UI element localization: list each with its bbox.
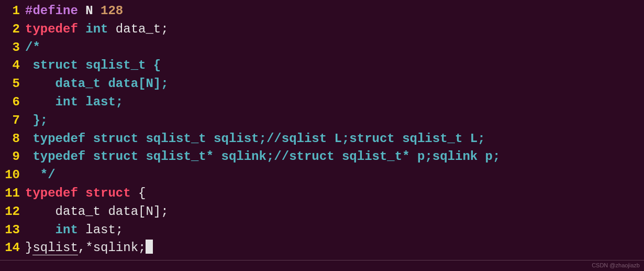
code-content: struct sqlist_t { — [25, 57, 644, 75]
text-cursor — [146, 240, 153, 254]
line-number: 12 — [0, 203, 25, 221]
code-content: int last; — [25, 93, 644, 112]
code-content: int last; — [25, 221, 644, 240]
code-line: 3 /* — [0, 39, 644, 57]
code-content: #define N 128 — [25, 2, 644, 20]
divider — [0, 260, 644, 261]
code-content: typedef struct sqlist_t sqlist;//sqlist … — [25, 130, 644, 148]
code-line: 14 }sqlist,*sqlink; — [0, 239, 644, 257]
code-line: 9 typedef struct sqlist_t* sqlink;//stru… — [0, 148, 644, 166]
code-content: typedef struct sqlist_t* sqlink;//struct… — [25, 148, 644, 166]
code-content: typedef struct { — [25, 185, 644, 203]
code-line: 7 }; — [0, 112, 644, 130]
code-line: 10 */ — [0, 166, 644, 185]
code-content: /* — [25, 39, 644, 57]
code-line: 4 struct sqlist_t { — [0, 57, 644, 75]
line-number: 13 — [0, 221, 25, 240]
code-line: 11 typedef struct { — [0, 185, 644, 203]
line-number: 8 — [0, 130, 25, 148]
line-number: 4 — [0, 57, 25, 75]
line-number: 5 — [0, 75, 25, 93]
code-content: }sqlist,*sqlink; — [25, 239, 644, 257]
code-line: 12 data_t data[N]; — [0, 203, 644, 221]
line-number: 10 — [0, 166, 25, 185]
line-number: 14 — [0, 239, 25, 257]
code-content: */ — [25, 166, 644, 185]
line-number: 3 — [0, 39, 25, 57]
watermark: CSDN @zhaojiazb — [592, 262, 640, 270]
code-content: }; — [25, 112, 644, 130]
code-editor[interactable]: 1 #define N 128 2 typedef int data_t; 3 … — [0, 2, 644, 257]
line-number: 2 — [0, 20, 25, 39]
code-content: data_t data[N]; — [25, 75, 644, 93]
code-content: typedef int data_t; — [25, 20, 644, 39]
line-number: 6 — [0, 93, 25, 112]
line-number: 7 — [0, 112, 25, 130]
code-line: 2 typedef int data_t; — [0, 20, 644, 39]
code-line: 13 int last; — [0, 221, 644, 240]
code-line: 8 typedef struct sqlist_t sqlist;//sqlis… — [0, 130, 644, 148]
code-line: 1 #define N 128 — [0, 2, 644, 20]
code-line: 6 int last; — [0, 93, 644, 112]
line-number: 1 — [0, 2, 25, 20]
code-line: 5 data_t data[N]; — [0, 75, 644, 93]
line-number: 9 — [0, 148, 25, 166]
line-number: 11 — [0, 185, 25, 203]
code-content: data_t data[N]; — [25, 203, 644, 221]
